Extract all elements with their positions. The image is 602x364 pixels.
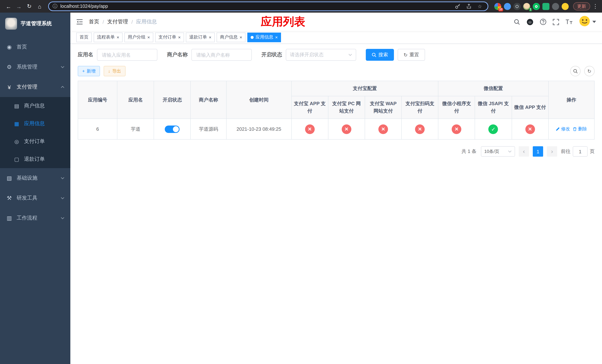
cell-wechat-mini bbox=[438, 119, 475, 139]
close-icon[interactable]: × bbox=[275, 35, 278, 39]
extension-badge: 10 bbox=[498, 8, 503, 11]
home-button[interactable]: ⌂ bbox=[35, 1, 44, 11]
prev-page-button[interactable]: ‹ bbox=[519, 146, 529, 157]
fullscreen-icon[interactable] bbox=[553, 19, 559, 25]
status-toggle[interactable] bbox=[165, 126, 180, 133]
sidebar-item-app-info[interactable]: ▦ 应用信息 bbox=[0, 115, 70, 133]
payment-submenu: ▤ 商户信息 ▦ 应用信息 ◎ 支付订单 ▢ 退款订单 bbox=[0, 97, 70, 168]
col-header-merchant: 商户名称 bbox=[191, 81, 226, 119]
profile-extension-icon[interactable]: 1 bbox=[523, 3, 530, 10]
tab-refund-orders[interactable]: 退款订单 × bbox=[186, 32, 215, 42]
sidebar-item-home[interactable]: ◉ 首页 bbox=[0, 37, 70, 57]
chrome-update-button[interactable]: 更新 bbox=[573, 2, 590, 10]
sidebar-toggle-icon[interactable] bbox=[76, 19, 83, 25]
edit-link[interactable]: 修改 bbox=[556, 126, 570, 132]
breadcrumb-home[interactable]: 首页 bbox=[89, 19, 99, 25]
tab-merchant-info[interactable]: 商户信息 × bbox=[216, 32, 246, 42]
config-status-icon bbox=[525, 124, 535, 134]
github-icon[interactable] bbox=[527, 18, 534, 25]
sidebar-item-merchant-info[interactable]: ▤ 商户信息 bbox=[0, 97, 70, 115]
toggle-search-button[interactable] bbox=[570, 66, 580, 76]
share-icon[interactable] bbox=[465, 4, 473, 9]
tab-app-info[interactable]: 应用信息 × bbox=[247, 32, 281, 42]
breadcrumb-current: 应用信息 bbox=[136, 19, 157, 25]
password-key-icon[interactable] bbox=[453, 4, 462, 9]
app-table: 应用编号 应用名 开启状态 商户名称 创建时间 支付宝配置 微信配置 操作 支付… bbox=[78, 81, 595, 140]
caret-down-icon bbox=[592, 21, 596, 23]
search-button[interactable]: 搜索 bbox=[366, 49, 394, 61]
goto-page-input[interactable] bbox=[573, 146, 588, 157]
reload-button[interactable]: ↻ bbox=[24, 1, 34, 11]
extension-icon-1[interactable]: 10 bbox=[494, 3, 501, 10]
main-area: 首页 / 支付管理 / 应用信息 应用列表 bbox=[70, 13, 602, 364]
bookmark-star-icon[interactable]: ☆ bbox=[476, 3, 484, 9]
col-header-app-name: 应用名 bbox=[117, 81, 154, 119]
user-menu[interactable] bbox=[579, 16, 596, 28]
sidebar-item-payment[interactable]: ¥ 支付管理 bbox=[0, 77, 70, 97]
chevron-up-icon bbox=[61, 86, 64, 88]
cell-alipay-app bbox=[291, 119, 328, 139]
page-size-select[interactable]: 10条/页 bbox=[481, 146, 515, 157]
export-button[interactable]: ↓ 导出 bbox=[104, 66, 126, 76]
extension-icon-6[interactable] bbox=[542, 3, 549, 10]
help-icon[interactable] bbox=[540, 19, 547, 25]
search-icon[interactable] bbox=[514, 19, 520, 25]
logo[interactable]: 芋道管理系统 bbox=[0, 13, 70, 35]
sidebar-item-dev-tools[interactable]: ⚒ 研发工具 bbox=[0, 188, 70, 208]
extension-icon-2[interactable] bbox=[504, 3, 511, 10]
site-info-icon[interactable]: ⓘ bbox=[53, 3, 57, 10]
target-icon: ◎ bbox=[13, 139, 20, 144]
tab-pay-orders[interactable]: 支付订单 × bbox=[155, 32, 184, 42]
config-status-icon bbox=[342, 124, 351, 134]
reset-button[interactable]: ↻ 重置 bbox=[398, 49, 425, 61]
download-icon: ↓ bbox=[108, 68, 110, 74]
card-icon: ▤ bbox=[13, 103, 20, 109]
close-icon[interactable]: × bbox=[239, 35, 242, 39]
tab-home[interactable]: 首页 bbox=[76, 32, 92, 42]
extension-icon-5[interactable] bbox=[533, 3, 540, 10]
logo-avatar bbox=[5, 18, 17, 30]
navbar-actions bbox=[514, 16, 596, 28]
close-icon[interactable]: × bbox=[178, 35, 181, 39]
refresh-icon: ↻ bbox=[404, 52, 408, 58]
chevron-down-icon bbox=[61, 217, 64, 219]
extension-icon-3[interactable] bbox=[514, 3, 521, 10]
breadcrumb-payment[interactable]: 支付管理 bbox=[107, 19, 128, 25]
status-select[interactable]: 请选择开启状态 bbox=[286, 49, 356, 61]
close-icon[interactable]: × bbox=[117, 35, 119, 39]
page-number-1[interactable]: 1 bbox=[533, 146, 543, 157]
tab-user-group[interactable]: 用户分组 × bbox=[124, 32, 153, 42]
sidebar-item-system[interactable]: ⚙ 系统管理 bbox=[0, 57, 70, 77]
cell-merchant: 芋道源码 bbox=[191, 119, 226, 139]
extension-icon-8[interactable] bbox=[562, 3, 569, 10]
extension-icon-7[interactable] bbox=[552, 3, 559, 10]
col-header-id: 应用编号 bbox=[78, 81, 117, 119]
table-row: 6 芋道 芋道源码 2021-10-23 08:49:25 bbox=[78, 119, 594, 139]
filter-app-name: 应用名 bbox=[78, 49, 157, 61]
next-page-button[interactable]: › bbox=[547, 146, 557, 157]
status-label: 开启状态 bbox=[261, 52, 282, 58]
sidebar-item-refund-orders[interactable]: ▢ 退款订单 bbox=[0, 150, 70, 168]
address-bar[interactable]: ⓘ localhost:1024/pay/app ☆ bbox=[48, 1, 488, 11]
refresh-table-button[interactable]: ↻ bbox=[584, 66, 595, 76]
page-content: 应用名 商户名称 开启状态 请选择开启状态 bbox=[70, 44, 602, 364]
close-icon[interactable]: × bbox=[209, 35, 211, 39]
font-size-icon[interactable] bbox=[565, 19, 573, 25]
add-button[interactable]: + 新增 bbox=[78, 66, 100, 76]
config-status-icon bbox=[452, 124, 462, 134]
tab-process-form[interactable]: 流程表单 × bbox=[94, 32, 123, 42]
grid-icon: ▦ bbox=[13, 121, 20, 127]
browser-window: ← → ↻ ⌂ ⓘ localhost:1024/pay/app ☆ 10 1 bbox=[0, 0, 602, 364]
merchant-input[interactable] bbox=[191, 49, 252, 61]
back-button[interactable]: ← bbox=[4, 1, 13, 11]
chrome-menu-icon[interactable]: ⋮ bbox=[592, 3, 598, 10]
sidebar: 芋道管理系统 ◉ 首页 ⚙ 系统管理 ¥ 支付管理 bbox=[0, 13, 70, 364]
delete-link[interactable]: 删除 bbox=[573, 126, 587, 132]
config-status-icon bbox=[489, 124, 498, 134]
sidebar-item-pay-orders[interactable]: ◎ 支付订单 bbox=[0, 133, 70, 150]
sidebar-item-workflow[interactable]: ▥ 工作流程 bbox=[0, 208, 70, 228]
app-name-input[interactable] bbox=[97, 49, 157, 61]
sidebar-item-infrastructure[interactable]: ▧ 基础设施 bbox=[0, 168, 70, 188]
close-icon[interactable]: × bbox=[147, 35, 150, 39]
forward-button[interactable]: → bbox=[14, 1, 24, 11]
